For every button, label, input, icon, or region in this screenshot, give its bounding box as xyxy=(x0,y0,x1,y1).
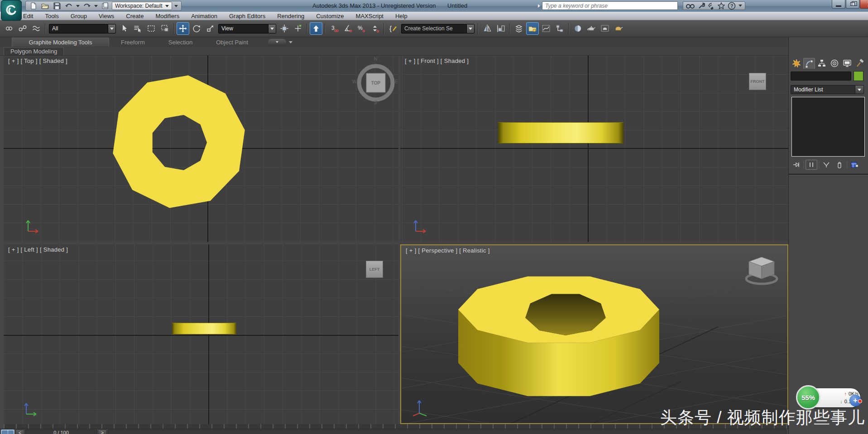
menu-group[interactable]: Group xyxy=(65,12,93,20)
mirror-button[interactable] xyxy=(481,22,494,35)
viewport-perspective[interactable]: [ + ] [ Perspective ] [ Realistic ] xyxy=(400,244,788,424)
tube-object-top-view[interactable] xyxy=(4,56,398,242)
close-button[interactable] xyxy=(860,0,868,9)
percent-snap-button[interactable]: % xyxy=(355,22,368,35)
viewcube-perspective[interactable] xyxy=(739,251,784,296)
menu-maxscript[interactable]: MAXScript xyxy=(350,12,389,20)
tab-utilities[interactable] xyxy=(854,58,866,69)
select-object-button[interactable] xyxy=(118,22,130,35)
help-question-icon[interactable]: ? xyxy=(728,2,736,10)
viewport-top-label[interactable]: [ + ] [ Top ] [ Shaded ] xyxy=(8,57,67,64)
viewport-top[interactable]: [ + ] [ Top ] [ Shaded ] TOP N E S W xyxy=(4,56,398,242)
remove-modifier-button[interactable] xyxy=(834,160,845,170)
memory-percent-badge[interactable]: 55% xyxy=(796,385,820,410)
viewcube-left[interactable]: LEFT xyxy=(366,261,383,278)
viewport-left[interactable]: [ + ] [ Left ] [ Shaded ] LEFT xyxy=(4,244,398,424)
keyboard-shortcut-override-button[interactable] xyxy=(310,22,322,35)
selection-filter-dropdown[interactable]: All xyxy=(49,24,116,33)
bind-to-space-warp-button[interactable] xyxy=(30,22,43,35)
angle-snap-button[interactable] xyxy=(341,22,354,35)
configure-modifier-sets-button[interactable] xyxy=(849,160,860,170)
compass-east[interactable]: E xyxy=(395,79,398,84)
ribbon-flyout-caret[interactable] xyxy=(289,41,293,43)
select-and-link-button[interactable] xyxy=(3,22,15,35)
align-button[interactable] xyxy=(494,22,507,35)
menu-animation[interactable]: Animation xyxy=(185,12,223,20)
use-pivot-point-center-button[interactable] xyxy=(278,22,291,35)
save-file-icon[interactable] xyxy=(52,2,62,10)
subscription-wrench-icon[interactable] xyxy=(698,2,705,10)
select-and-manipulate-button[interactable] xyxy=(292,22,304,35)
select-and-rotate-button[interactable] xyxy=(190,22,203,35)
redo-icon[interactable] xyxy=(82,2,92,10)
snaps-toggle-button[interactable]: 3 xyxy=(328,22,340,35)
object-name-field[interactable] xyxy=(791,72,851,81)
select-and-move-button[interactable] xyxy=(177,22,189,35)
open-file-icon[interactable] xyxy=(40,2,50,10)
schematic-view-button[interactable] xyxy=(553,22,566,35)
material-editor-button[interactable] xyxy=(571,22,584,35)
viewcube-top[interactable]: TOP xyxy=(353,60,398,105)
tab-hierarchy[interactable] xyxy=(816,58,828,69)
object-color-swatch[interactable] xyxy=(854,71,863,81)
select-by-name-button[interactable] xyxy=(131,22,144,35)
previous-frame-button[interactable]: < xyxy=(15,429,24,434)
perspective-scene[interactable] xyxy=(401,245,788,424)
modifier-stack[interactable] xyxy=(791,97,865,157)
edit-named-selection-sets-button[interactable]: { xyxy=(387,22,399,35)
spinner-snap-button[interactable] xyxy=(369,22,381,35)
ribbon-toggle-button[interactable] xyxy=(526,22,539,35)
qat-flyout-caret[interactable] xyxy=(174,2,178,10)
pin-stack-button[interactable] xyxy=(791,160,802,170)
viewcube-front[interactable]: FRONT xyxy=(749,73,766,90)
modifier-list-dropdown[interactable]: Modifier List xyxy=(791,85,864,94)
show-end-result-button[interactable] xyxy=(806,160,817,170)
search-arrow-icon[interactable] xyxy=(538,4,540,8)
tab-create[interactable] xyxy=(791,58,802,69)
window-crossing-toggle-button[interactable] xyxy=(158,22,171,35)
render-setup-button[interactable] xyxy=(585,22,598,35)
unlink-selection-button[interactable] xyxy=(16,22,29,35)
tab-motion[interactable] xyxy=(829,58,840,69)
viewport-left-label[interactable]: [ + ] [ Left ] [ Shaded ] xyxy=(8,246,68,253)
timeline-left-icon[interactable] xyxy=(1,429,14,434)
tab-display[interactable] xyxy=(841,58,853,69)
tab-graphite-modeling-tools[interactable]: Graphite Modeling Tools xyxy=(12,38,109,47)
tube-object-perspective-view[interactable] xyxy=(458,277,659,396)
help-dropdown-caret[interactable] xyxy=(739,5,742,7)
workspace-dropdown[interactable]: Workspace: Default xyxy=(112,2,172,10)
undo-dropdown-caret[interactable] xyxy=(76,2,80,10)
compass-south[interactable]: S xyxy=(374,100,377,105)
menu-views[interactable]: Views xyxy=(93,12,120,20)
undo-icon[interactable] xyxy=(64,2,74,10)
make-unique-button[interactable] xyxy=(820,160,832,170)
redo-dropdown-caret[interactable] xyxy=(94,2,98,10)
restore-button[interactable] xyxy=(846,0,859,9)
select-and-scale-button[interactable] xyxy=(204,22,216,35)
next-frame-button[interactable]: > xyxy=(98,429,107,434)
manage-layers-button[interactable] xyxy=(513,22,525,35)
frame-counter[interactable]: 0 / 100 xyxy=(25,429,97,434)
ribbon-minimize-button[interactable] xyxy=(268,39,286,46)
compass-north[interactable]: N xyxy=(374,57,377,62)
render-production-button[interactable] xyxy=(612,22,625,35)
menu-create[interactable]: Create xyxy=(120,12,149,20)
project-folder-icon[interactable] xyxy=(100,2,110,10)
curve-editor-button[interactable] xyxy=(540,22,552,35)
communication-satellite-icon[interactable] xyxy=(708,2,715,10)
menu-customize[interactable]: Customize xyxy=(310,12,350,20)
menu-modifiers[interactable]: Modifiers xyxy=(149,12,185,20)
menu-graph-editors[interactable]: Graph Editors xyxy=(223,12,271,20)
favorites-star-icon[interactable] xyxy=(718,2,725,10)
rendered-frame-window-button[interactable] xyxy=(599,22,611,35)
reference-coordinate-system-dropdown[interactable]: View xyxy=(218,24,276,33)
tab-object-paint[interactable]: Object Paint xyxy=(204,39,260,46)
viewport-front-label[interactable]: [ + ] [ Front ] [ Shaded ] xyxy=(405,57,469,64)
time-slider-track[interactable] xyxy=(108,429,786,434)
menu-tools[interactable]: Tools xyxy=(39,12,64,20)
tube-object-left-view[interactable] xyxy=(172,323,236,334)
tab-selection[interactable]: Selection xyxy=(157,39,204,46)
3dsmax-logo[interactable] xyxy=(1,0,22,21)
named-selection-sets-dropdown[interactable]: Create Selection Se xyxy=(401,24,475,33)
menu-rendering[interactable]: Rendering xyxy=(271,12,310,20)
